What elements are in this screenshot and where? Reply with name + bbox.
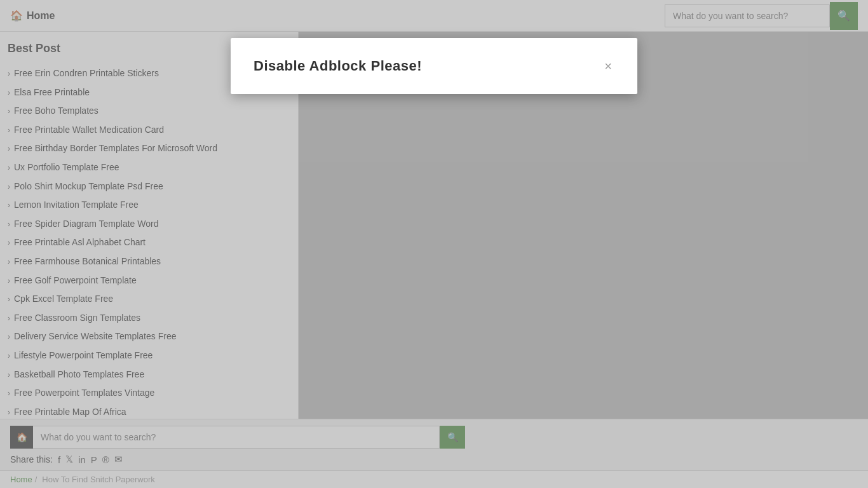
modal-overlay: Disable Adblock Please! × (0, 0, 868, 488)
modal-title: Disable Adblock Please! (254, 58, 422, 74)
adblock-modal: Disable Adblock Please! × (231, 38, 637, 94)
modal-close-button[interactable]: × (602, 57, 614, 75)
